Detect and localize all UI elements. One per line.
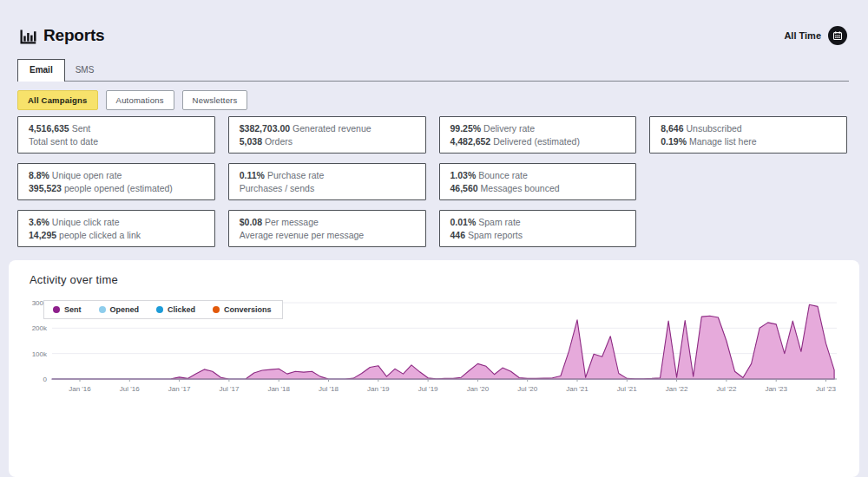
svg-text:Jan '16: Jan '16 bbox=[69, 385, 91, 393]
stat-card-sent: 4,516,635 Sent Total sent to date bbox=[17, 116, 215, 154]
svg-text:Jan '22: Jan '22 bbox=[666, 385, 688, 393]
tab-sms[interactable]: SMS bbox=[65, 60, 105, 81]
legend-item-sent[interactable]: Sent bbox=[53, 305, 82, 314]
page-title: Reports bbox=[43, 26, 104, 45]
channel-tabs: Email SMS bbox=[17, 59, 849, 82]
brand: Reports bbox=[19, 26, 104, 45]
stat-card-click-rate: 3.6% Unique click rate 14,295 people cli… bbox=[17, 210, 215, 247]
stat-card-open-rate: 8.8% Unique open rate 395,523 people ope… bbox=[17, 163, 215, 200]
stats-grid: 4,516,635 Sent Total sent to date $382,7… bbox=[17, 116, 847, 247]
legend-item-conversions[interactable]: Conversions bbox=[213, 305, 272, 314]
svg-text:Jul '19: Jul '19 bbox=[418, 385, 438, 393]
svg-text:Jul '16: Jul '16 bbox=[120, 385, 140, 393]
stat-card-per-message: $0.08 Per message Average revenue per me… bbox=[228, 210, 426, 247]
sent-dot-icon bbox=[53, 306, 60, 313]
svg-text:Jul '17: Jul '17 bbox=[219, 385, 239, 393]
svg-text:Jul '18: Jul '18 bbox=[319, 385, 339, 393]
svg-text:Jan '19: Jan '19 bbox=[367, 385, 390, 393]
reports-page: Reports All Time Email SMS bbox=[0, 0, 868, 477]
stat-card-delivery-rate: 99.25% Delivery rate 4,482,652 Delivered… bbox=[439, 116, 637, 154]
chart-legend: Sent Opened Clicked Conversions bbox=[43, 300, 283, 319]
chart-title: Activity over time bbox=[30, 273, 845, 286]
activity-panel: Activity over time 300k200k100k0Jan '16J… bbox=[9, 260, 859, 477]
clicked-dot-icon bbox=[156, 306, 163, 313]
filter-automations[interactable]: Automations bbox=[106, 90, 174, 110]
calendar-icon[interactable] bbox=[828, 26, 847, 45]
svg-text:Jan '21: Jan '21 bbox=[566, 385, 589, 393]
svg-text:200k: 200k bbox=[32, 324, 48, 332]
conversions-dot-icon bbox=[213, 306, 220, 313]
tab-email[interactable]: Email bbox=[17, 59, 65, 82]
svg-text:Jul '23: Jul '23 bbox=[816, 385, 836, 393]
bar-chart-icon bbox=[19, 27, 37, 45]
svg-text:Jan '17: Jan '17 bbox=[168, 385, 191, 393]
filter-all-campaigns[interactable]: All Campaigns bbox=[17, 90, 98, 110]
svg-text:Jan '20: Jan '20 bbox=[467, 385, 490, 393]
stat-card-revenue: $382,703.00 Generated revenue 5,038 Orde… bbox=[228, 116, 426, 154]
svg-text:Jul '20: Jul '20 bbox=[517, 385, 537, 393]
date-range-label: All Time bbox=[784, 30, 821, 41]
stat-card-purchase-rate: 0.11% Purchase rate Purchases / sends bbox=[228, 163, 426, 200]
svg-text:Jul '22: Jul '22 bbox=[716, 385, 736, 393]
filter-newsletters[interactable]: Newsletters bbox=[182, 90, 248, 110]
svg-text:Jan '18: Jan '18 bbox=[267, 385, 290, 393]
date-range-control[interactable]: All Time bbox=[784, 26, 847, 45]
activity-chart: 300k200k100k0Jan '16Jul '16Jan '17Jul '1… bbox=[21, 297, 845, 407]
campaign-filters: All Campaigns Automations Newsletters bbox=[17, 90, 849, 110]
svg-text:Jan '23: Jan '23 bbox=[765, 385, 787, 393]
legend-item-clicked[interactable]: Clicked bbox=[156, 305, 195, 314]
svg-text:Jul '21: Jul '21 bbox=[617, 385, 637, 393]
stat-card-unsubscribed: 8,646 Unsubscribed 0.19% Manage list her… bbox=[649, 116, 847, 154]
stat-card-spam-rate: 0.01% Spam rate 446 Spam reports bbox=[439, 210, 637, 247]
stat-card-bounce-rate: 1.03% Bounce rate 46,560 Messages bounce… bbox=[439, 163, 637, 200]
page-header: Reports All Time bbox=[19, 26, 847, 45]
legend-item-opened[interactable]: Opened bbox=[99, 305, 140, 314]
opened-dot-icon bbox=[99, 306, 106, 313]
svg-text:0: 0 bbox=[43, 376, 48, 383]
svg-text:100k: 100k bbox=[32, 350, 48, 358]
